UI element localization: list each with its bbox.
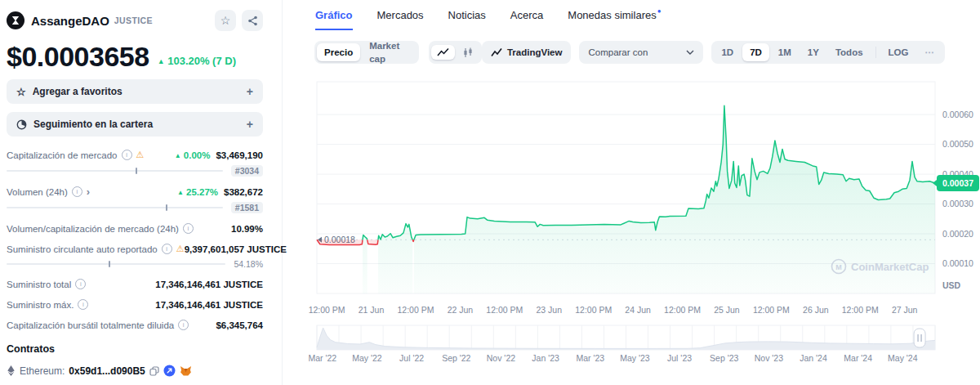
svg-text:0.00010: 0.00010 [942, 258, 973, 268]
info-icon[interactable]: i [75, 279, 86, 289]
svg-text:12:00 PM: 12:00 PM [486, 305, 523, 315]
explorer-icon[interactable] [163, 365, 176, 377]
range-selector-chart: Mar '22May '22Jul '22Sep '22Nov '22Jan '… [308, 325, 935, 363]
supply-range-track [7, 263, 225, 265]
volume-range-track [7, 207, 223, 208]
range-1m[interactable]: 1M [771, 43, 799, 61]
svg-text:Jul '22: Jul '22 [399, 353, 424, 363]
line-chart-type-button[interactable] [431, 45, 455, 60]
add-to-favorites-button[interactable]: ☆ Agregar a favoritos + [7, 79, 263, 104]
range-marker [166, 204, 167, 211]
stat-row-volume: Volumen (24h) i › ▲ 25.27% $382,672 #158… [7, 186, 263, 213]
more-options-button[interactable]: ⋯ [918, 43, 943, 61]
portfolio-tracking-button[interactable]: Seguimiento en la cartera + [7, 112, 263, 137]
info-icon[interactable]: i [162, 244, 172, 254]
metamask-icon[interactable] [180, 365, 192, 377]
tab-bar: Gráfico Mercados Noticias Acerca Monedas… [283, 0, 980, 30]
svg-text:Nov '22: Nov '22 [487, 353, 515, 363]
watchlist-star-button[interactable]: ☆ [215, 10, 236, 31]
stat-change: ▲ 0.00% [175, 150, 211, 160]
tradingview-button[interactable]: TradingView [482, 41, 572, 64]
svg-text:Mar '22: Mar '22 [308, 353, 336, 363]
price-change-7d: ▲ 103.20% (7 D) [158, 55, 236, 67]
info-icon[interactable]: i [72, 186, 82, 197]
range-marker [109, 261, 110, 267]
range-todos[interactable]: Todos [828, 43, 871, 61]
candlestick-icon [462, 47, 474, 58]
info-icon[interactable]: i [178, 320, 189, 330]
stat-value: $3,469,190 [216, 150, 263, 160]
line-chart-icon [437, 47, 449, 57]
tab-acerca[interactable]: Acerca [510, 9, 543, 29]
warning-icon[interactable]: ⚠ [136, 150, 145, 159]
stat-label: Suministro circulante auto reportado i ⚠ [7, 244, 185, 254]
price-marketcap-toggle: Precio Market cap [314, 41, 419, 64]
contract-address[interactable]: 0x59d1...d090B5 [69, 365, 145, 377]
svg-text:May '22: May '22 [352, 353, 382, 363]
tab-noticias[interactable]: Noticias [448, 9, 486, 29]
svg-text:21 Jun: 21 Jun [359, 305, 385, 315]
svg-text:0.00030: 0.00030 [942, 199, 973, 208]
share-icon [247, 16, 258, 26]
svg-text:CoinMarketCap: CoinMarketCap [851, 261, 929, 273]
log-scale-button[interactable]: LOG [881, 43, 916, 61]
svg-text:12:00 PM: 12:00 PM [397, 305, 434, 315]
svg-text:12:00 PM: 12:00 PM [664, 305, 701, 315]
chevron-right-icon[interactable]: › [87, 187, 90, 196]
coin-name: AssangeDAO [31, 14, 109, 28]
svg-text:23 Jun: 23 Jun [536, 305, 562, 315]
tab-grafico[interactable]: Gráfico [315, 9, 353, 30]
stat-label: Suministro total i [7, 279, 86, 289]
chart-controls: Precio Market cap TradingView Comparar c… [314, 41, 945, 64]
plus-icon: + [247, 118, 253, 131]
stat-row-volume-marketcap: Volumen/capitalización de mercado (24h) … [7, 223, 263, 234]
divider [875, 47, 876, 58]
svg-text:26 Jun: 26 Jun [803, 305, 829, 315]
svg-text:Mar '23: Mar '23 [576, 353, 604, 363]
svg-text:22 Jun: 22 Jun [448, 305, 474, 315]
svg-text:24 Jun: 24 Jun [625, 305, 651, 315]
coin-header: AssangeDAO JUSTICE ☆ [7, 10, 263, 31]
star-icon: ☆ [220, 14, 231, 27]
tab-monedas-similares[interactable]: Monedas similares● [568, 9, 660, 29]
svg-text:0.00037: 0.00037 [942, 178, 973, 188]
range-1y[interactable]: 1Y [800, 43, 826, 61]
compare-with-select[interactable]: Comparar con [579, 41, 703, 64]
coin-detail-page: AssangeDAO JUSTICE ☆ $0.0003658 ▲ 103.20… [0, 0, 980, 385]
tab-mercados[interactable]: Mercados [377, 9, 424, 29]
svg-text:27 Jun: 27 Jun [892, 305, 918, 315]
stat-row-max-supply: Suministro máx. i 17,346,146,461 JUSTICE [7, 299, 263, 310]
info-icon[interactable]: i [183, 223, 194, 234]
copy-icon[interactable] [149, 366, 159, 376]
share-button[interactable] [242, 10, 263, 31]
toggle-precio[interactable]: Precio [317, 43, 360, 61]
svg-text:0.00060: 0.00060 [942, 110, 973, 119]
plus-icon: + [247, 85, 253, 98]
chevron-down-icon [686, 50, 694, 55]
svg-text:Jul '23: Jul '23 [667, 353, 692, 363]
stat-label: Capitalización bursátil totalmente dilui… [7, 320, 189, 330]
svg-text:25 Jun: 25 Jun [714, 305, 740, 315]
svg-text:12:00 PM: 12:00 PM [842, 305, 879, 315]
stats-list: Capitalización de mercado i ⚠ ▲ 0.00% $3… [7, 150, 263, 330]
range-selector-handle[interactable] [914, 329, 925, 347]
rank-badge: #3034 [231, 165, 263, 177]
stat-row-fdv: Capitalización bursátil totalmente dilui… [7, 320, 263, 330]
tradingview-icon [491, 47, 502, 57]
warning-icon[interactable]: ⚠ [176, 244, 185, 253]
info-icon[interactable]: i [122, 150, 132, 160]
stat-label: Suministro máx. i [7, 299, 88, 310]
up-arrow-icon: ▲ [177, 189, 184, 196]
rank-badge: #1581 [231, 202, 263, 213]
star-icon: ☆ [16, 86, 26, 98]
range-7d[interactable]: 7D [742, 43, 769, 61]
stat-value: $382,672 [224, 187, 263, 197]
range-1d[interactable]: 1D [714, 43, 741, 61]
stat-label: Volumen (24h) i › [7, 186, 90, 197]
candlestick-chart-type-button[interactable] [457, 45, 479, 60]
svg-text:0.00020: 0.00020 [942, 229, 973, 239]
info-icon[interactable]: i [78, 299, 88, 310]
toggle-market-cap[interactable]: Market cap [362, 37, 416, 68]
price-chart[interactable]: 0.000600.000500.000400.000300.000200.000… [283, 78, 980, 376]
price-line [317, 105, 935, 293]
